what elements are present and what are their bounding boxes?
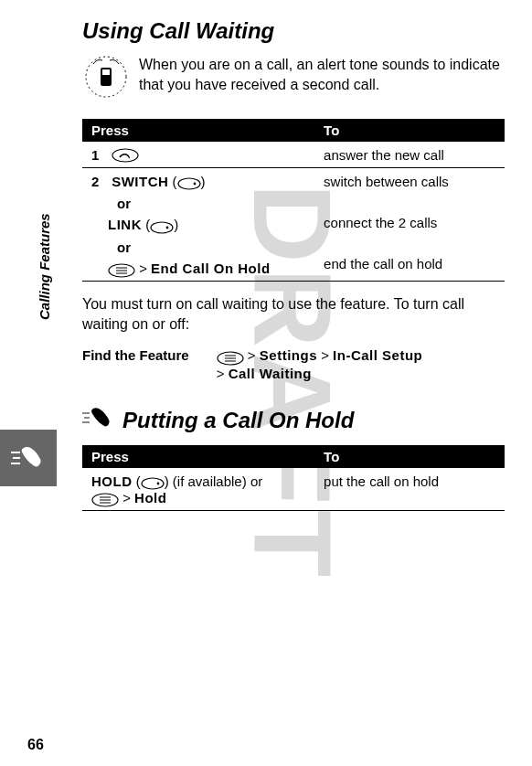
switch-label: SWITCH (112, 174, 168, 189)
svg-point-7 (178, 178, 200, 189)
send-key-icon (112, 148, 139, 165)
or-2: or (117, 239, 305, 255)
menu-key-icon-2 (217, 348, 244, 365)
menu-key-icon (108, 261, 135, 278)
right-softkey-icon-3 (141, 474, 165, 490)
svg-point-23 (156, 483, 159, 485)
svg-rect-19 (82, 412, 90, 414)
col2-header-press: Press (82, 445, 314, 468)
svg-point-9 (151, 222, 173, 233)
step-number-1: 1 (91, 147, 108, 163)
page-number: 66 (27, 737, 44, 753)
step-number-2: 2 (91, 174, 108, 189)
right-softkey-icon-2 (150, 218, 174, 234)
menu-key-icon-3 (91, 491, 119, 507)
svg-rect-20 (84, 417, 90, 419)
intro-text: When you are on a call, an alert tone so… (139, 55, 505, 102)
or-1: or (117, 196, 305, 211)
end-to: end the call on hold (324, 256, 495, 271)
section-title-hold: Putting a Call On Hold (122, 408, 354, 433)
link-label: LINK (108, 217, 142, 232)
hold-label: HOLD (91, 473, 133, 489)
call-waiting-table: Press To 1 answer the new call 2 SWITCH … (82, 119, 505, 282)
find-feature-path: > Settings > In-Call Setup > Call Waitin… (217, 347, 505, 380)
hold-table: Press To HOLD () (if available) or > Hol… (82, 445, 505, 512)
body-paragraph: You must turn on call waiting to use the… (82, 294, 505, 335)
section-title-call-waiting: Using Call Waiting (82, 18, 505, 44)
step1-to: answer the new call (314, 142, 505, 167)
find-the-feature-label: Find the Feature (82, 347, 189, 380)
if-available: (if available) or (173, 473, 262, 489)
svg-rect-5 (102, 69, 110, 75)
svg-point-10 (166, 226, 169, 229)
svg-point-22 (142, 478, 164, 489)
phone-section-icon (82, 405, 113, 436)
col-header-press: Press (82, 119, 314, 142)
hold-menu-label: Hold (134, 490, 166, 505)
svg-point-8 (193, 183, 196, 186)
switch-to: switch between calls (324, 174, 495, 189)
end-call-label: End Call On Hold (151, 261, 271, 276)
col2-header-to: To (314, 445, 505, 468)
col-header-to: To (314, 119, 505, 142)
right-softkey-icon (177, 175, 201, 190)
link-to: connect the 2 calls (324, 215, 495, 230)
svg-rect-21 (82, 421, 90, 423)
hold-to: put the call on hold (314, 468, 505, 510)
network-subscription-icon (82, 55, 130, 102)
svg-point-6 (112, 149, 138, 162)
